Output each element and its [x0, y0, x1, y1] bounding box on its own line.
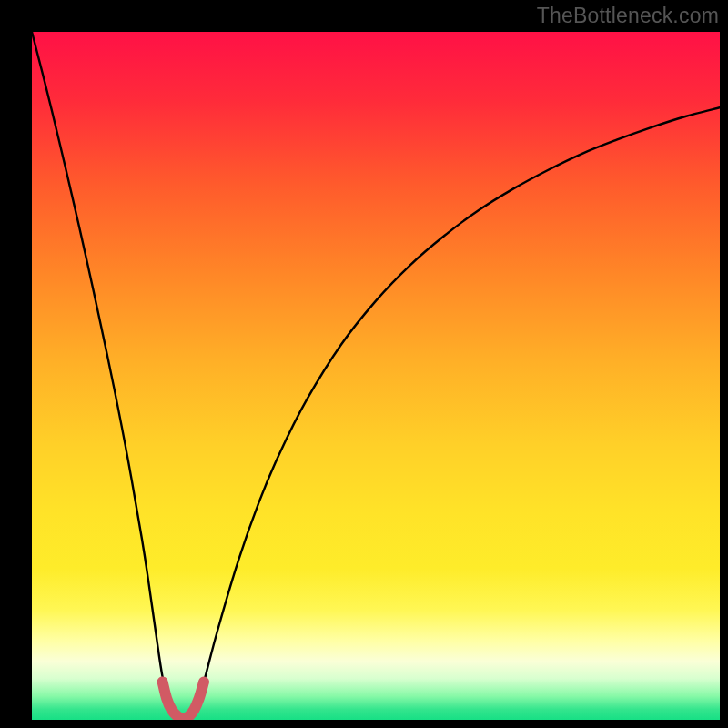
optimal-marker [163, 682, 204, 718]
plot-area [32, 32, 720, 720]
bottleneck-curve [32, 32, 720, 720]
watermark-bar: TheBottleneck.com [537, 0, 728, 32]
chart-frame: TheBottleneck.com [0, 0, 728, 728]
watermark-text: TheBottleneck.com [537, 4, 719, 28]
chart-curves [32, 32, 720, 720]
